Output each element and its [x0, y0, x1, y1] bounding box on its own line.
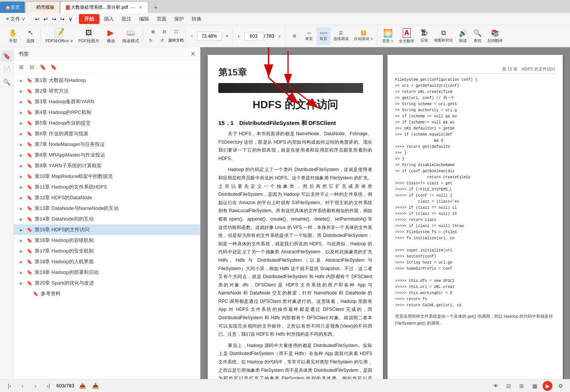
bookmark-ch5[interactable]: ▶ 🔖 第5章 Hadoop作业的提交 [14, 118, 200, 128]
bookmark-delete[interactable]: 🔖 [49, 62, 58, 72]
menu-page[interactable]: 页面 [154, 14, 170, 24]
bookmark-ch1[interactable]: ▶ 🔖 第1章 大数据与Hadoop [14, 75, 200, 86]
menu-insert[interactable]: 插入 [101, 14, 117, 24]
status-double-view[interactable]: ⊞ [517, 381, 527, 391]
compare-button[interactable]: ⧉ 缩图和对比 [432, 27, 455, 45]
compress-button[interactable]: 🗜 压缩 [417, 27, 431, 45]
sidebar-close-button[interactable]: ✕ [191, 50, 195, 58]
read-mode-button[interactable]: 📖 阅读模式 [120, 27, 141, 45]
next-page-button[interactable]: › [276, 32, 283, 40]
bookmark-ch3[interactable]: ▶ 🔖 第3章 Hadoop集群和YARN [14, 96, 200, 107]
pdf-to-img-button[interactable]: 🖼 PDF转图片 [76, 27, 102, 45]
tab-minimize[interactable]: — [130, 5, 135, 10]
menu-edit[interactable]: 编辑 [136, 14, 152, 24]
bookmark-ch4[interactable]: ▶ 🔖 第4章 Hadoop的RPC机制 [14, 107, 200, 118]
view-btn-1[interactable]: ⊞ [148, 27, 159, 36]
snap-button[interactable]: ⧉ [288, 27, 301, 45]
bookmark-ch2[interactable]: ▶ 🔖 第2章 研究方法 [14, 86, 200, 96]
bookmark-ch6[interactable]: ▶ 🔖 第6章 作业的调度与指派 [14, 128, 200, 139]
pdf-to-img-icon: 🖼 [84, 28, 93, 37]
bookmark-ch7[interactable]: ▶ 🔖 第7章 NodeManager与任务投运 [14, 139, 200, 150]
dict-translate-label: 划词翻译 [487, 38, 503, 43]
thumbnail-panel-icon[interactable]: 📄 [1, 63, 13, 75]
single-page-button[interactable]: ▭ 单页 [302, 27, 316, 45]
bookmark-collapse-all[interactable]: ⊟ [27, 62, 37, 72]
auto-scroll-button[interactable]: ⏬ 自动滚动 ∨ [352, 27, 376, 45]
tab-home[interactable]: 🏠 首页 [0, 2, 25, 13]
bookmark-label-ch1: 第1章 大数据与Hadoop [35, 77, 86, 84]
menu-convert[interactable]: 转换 [189, 14, 205, 24]
status-next-page[interactable]: › [30, 381, 40, 391]
bookmark-ch17[interactable]: ▶ 🔖 第17章 Hadoop的安全机制 [14, 246, 200, 256]
find-button[interactable]: 🔍 查找 [471, 27, 484, 45]
bookmark-ch18[interactable]: ▶ 🔖 第18章 Hadoop的人机界面 [14, 256, 200, 267]
status-export-out[interactable]: 📤 [77, 381, 87, 391]
search-panel-icon[interactable]: 🔍 [1, 76, 13, 88]
code-line-15: >> if (conf.getBoolean(dis [395, 168, 555, 174]
pdf-area[interactable]: 第15章 HDFS 的文件访问 15．1 DistributedFileSyst… [200, 47, 570, 379]
bookmark-add[interactable]: 🔖 [38, 62, 47, 72]
dict-translate-button[interactable]: 📚 划词翻译 [485, 27, 505, 45]
status-last-page[interactable]: ›| [43, 381, 53, 391]
bookmark-ch10[interactable]: ▶ 🔖 第10章 MapReduce框架中的数据流 [14, 171, 200, 182]
bookmark-ch19[interactable]: ▶ 🔖 第19章 Hadoop的部署和启动 [14, 267, 200, 278]
bookmark-expand-all[interactable]: ⊞ [17, 62, 26, 72]
undo-icon[interactable]: ↩ [34, 15, 41, 23]
hand-button[interactable]: ✋ 手型 [5, 27, 21, 45]
rotate-cw-button[interactable]: ↻ [146, 36, 156, 45]
view-btn-2[interactable]: ⊟ [159, 27, 170, 36]
status-prev-page[interactable]: ‹ [18, 381, 27, 391]
tab-add-button[interactable]: + [151, 2, 161, 13]
bookmark-ch20[interactable]: ▶ 🔖 第20章 Spark的优化与改进 [14, 278, 200, 288]
more-icon[interactable]: ∨ [67, 15, 74, 23]
tab-close[interactable]: ✕ [138, 5, 143, 10]
bookmark-panel-icon[interactable]: 🔖 [1, 50, 13, 62]
status-play-button[interactable]: ▶ [543, 381, 552, 391]
select-button[interactable]: ↖ 选择 [22, 27, 39, 45]
bookmark-label-ch13: 第13章 DataNode与NameNode的互动 [35, 205, 118, 212]
bookmark-ch15[interactable]: ▶ 🔖 第15章 HDFS的文件访问 [14, 224, 200, 235]
status-export-in[interactable]: 📥 [90, 381, 100, 391]
bookmark-ch14[interactable]: ▶ 🔖 第14章 DataNode间的互动 [14, 214, 200, 224]
read-aloud-button[interactable]: 🔊 朗读 [456, 27, 470, 45]
bookmark-icon-ch10: 🔖 [27, 174, 32, 179]
status-eye-icon[interactable]: 👁 [491, 381, 501, 391]
bookmark-ch9[interactable]: ▶ 🔖 第9章 YARN子系统的计算框架 [14, 160, 200, 171]
bookmark-ch13[interactable]: ▶ 🔖 第13章 DataNode与NameNode的互动 [14, 203, 200, 214]
tab-template[interactable]: 📄 稻壳模板 [26, 2, 59, 13]
status-grid-view[interactable]: ▦ [530, 381, 540, 391]
full-translate-button[interactable]: A 全文翻译 [397, 27, 416, 45]
double-page-button[interactable]: ▭▭ 双页 [317, 27, 330, 45]
menu-file[interactable]: ≡ 文件 ∨ [3, 14, 29, 24]
bookmark-ch16[interactable]: ▶ 🔖 第16章 Hadoop的容错机制 [14, 235, 200, 246]
continuous-read-button[interactable]: ☰ 连续阅读 [331, 27, 351, 45]
pdf-to-office-button[interactable]: 📝 PDF转Office ∨ [43, 27, 75, 45]
status-settings[interactable]: ⚙ [556, 381, 565, 391]
bookmark-ch8[interactable]: ▶ 🔖 第8章 MRAppMaster与作业投运 [14, 150, 200, 160]
bookmark-ref[interactable]: 🔖 参考资料 [14, 288, 200, 299]
zoom-in-button[interactable]: ＋ [223, 32, 231, 40]
bookmark-label-ch2: 第2章 研究方法 [35, 88, 69, 94]
page-number-input[interactable] [244, 32, 263, 40]
menu-annotate[interactable]: 批注 [118, 14, 134, 24]
bookmark-ch11[interactable]: ▶ 🔖 第11章 Hadoop的文件系统HDFS [14, 182, 200, 192]
code-line-33: >>>>> this.dfs = new DFSCl [395, 278, 555, 284]
play-button[interactable]: ▶ 播放 [102, 27, 119, 45]
status-single-view[interactable]: ⊟ [504, 381, 514, 391]
rotate-ccw-button[interactable]: ↺ [157, 36, 168, 45]
sidebar-header: 书签 ✕ [14, 47, 200, 61]
redo2-icon[interactable]: ↪ [59, 15, 66, 23]
prev-page-button[interactable]: ‹ [235, 32, 243, 40]
background-button[interactable]: 🌅 背景 ∨ [380, 27, 396, 45]
menu-protect[interactable]: 保护 [171, 14, 187, 24]
view-btn-3[interactable]: ☐ [171, 27, 181, 36]
menu-start[interactable]: 开始 [79, 14, 99, 24]
zoom-input[interactable] [197, 32, 222, 41]
tab-bar: 🏠 首页 📄 稻壳模板 📕 大数据处理系统...景分析.pdf — ✕ + [0, 0, 570, 13]
bookmark-ch12[interactable]: ▶ 🔖 第12章 HDFS的DataNode [14, 192, 200, 203]
undo2-icon[interactable]: ↩ [42, 15, 50, 23]
status-first-page[interactable]: |‹ [5, 381, 14, 391]
tab-pdf[interactable]: 📕 大数据处理系统...景分析.pdf — ✕ [60, 2, 148, 13]
zoom-out-button[interactable]: － [188, 32, 195, 40]
redo-icon[interactable]: ↪ [50, 15, 58, 23]
